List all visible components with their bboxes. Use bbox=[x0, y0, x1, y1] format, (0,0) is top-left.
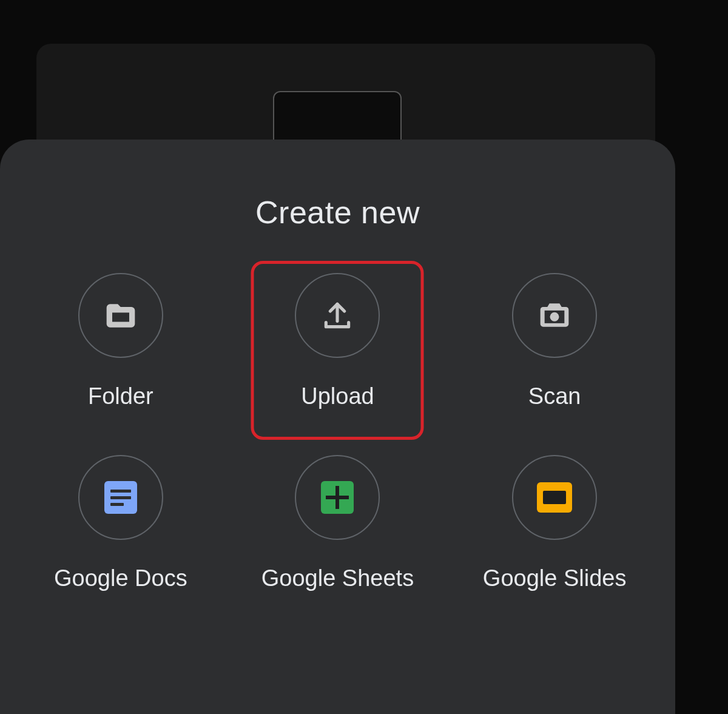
camera-icon bbox=[512, 273, 597, 358]
upload-icon bbox=[295, 273, 380, 358]
option-upload[interactable]: Upload bbox=[229, 273, 447, 409]
svg-point-2 bbox=[550, 312, 559, 322]
option-google-docs[interactable]: Google Docs bbox=[12, 455, 229, 591]
google-slides-icon bbox=[512, 455, 597, 540]
options-grid: Folder Upload bbox=[0, 273, 675, 591]
google-sheets-icon bbox=[295, 455, 380, 540]
create-new-sheet: Create new Folder Up bbox=[0, 140, 675, 714]
option-google-sheets[interactable]: Google Sheets bbox=[229, 455, 447, 591]
option-folder[interactable]: Folder bbox=[12, 273, 229, 409]
option-google-slides[interactable]: Google Slides bbox=[446, 455, 663, 591]
folder-icon bbox=[78, 273, 163, 358]
option-label: Google Sheets bbox=[261, 565, 414, 591]
option-label: Google Slides bbox=[483, 565, 627, 591]
google-docs-icon bbox=[78, 455, 163, 540]
option-label: Scan bbox=[528, 383, 581, 409]
sheet-title: Create new bbox=[0, 194, 675, 231]
option-label: Google Docs bbox=[54, 565, 187, 591]
option-label: Upload bbox=[301, 383, 374, 409]
option-scan[interactable]: Scan bbox=[446, 273, 663, 409]
option-label: Folder bbox=[88, 383, 153, 409]
svg-rect-0 bbox=[110, 311, 130, 323]
